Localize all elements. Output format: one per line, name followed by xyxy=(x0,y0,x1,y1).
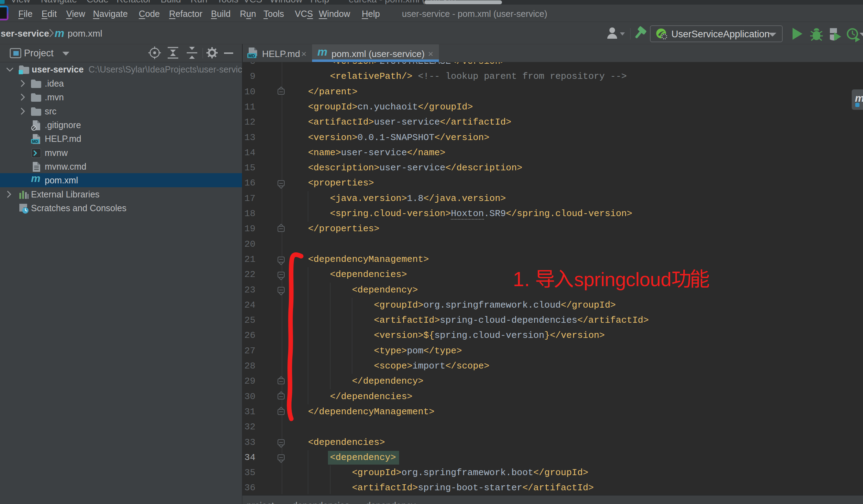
svg-text:MD: MD xyxy=(32,139,38,144)
svg-text:MD: MD xyxy=(248,53,255,58)
